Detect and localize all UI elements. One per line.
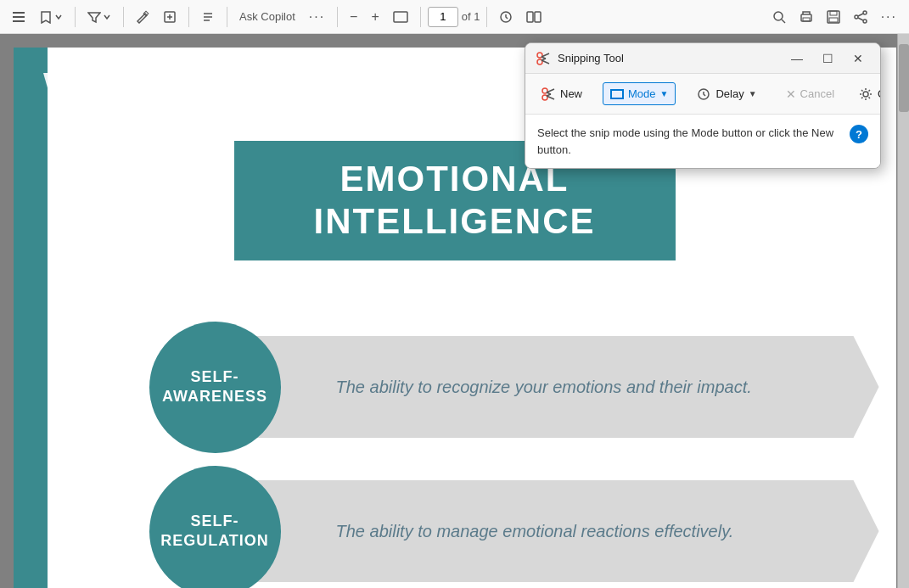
toolbar-eraser-btn[interactable] — [131, 7, 154, 27]
new-button[interactable]: New — [532, 82, 591, 106]
toolbar-share-btn[interactable] — [849, 7, 873, 27]
filter-icon — [87, 10, 101, 24]
card2-circle: SELF- REGULATION — [149, 466, 281, 589]
toolbar-zoom-out-btn[interactable]: − — [345, 6, 362, 28]
cancel-button[interactable]: ✕ Cancel — [777, 83, 843, 105]
separator — [75, 7, 76, 27]
overflow-icon: ··· — [881, 9, 897, 25]
plus-icon: + — [371, 9, 379, 25]
options-label: Options — [878, 87, 881, 100]
toolbar-textselect-btn[interactable] — [196, 7, 220, 27]
scrollbar-thumb[interactable] — [899, 44, 909, 112]
chevron-down-icon — [54, 13, 63, 21]
list-icon — [12, 10, 25, 24]
minus-icon: − — [350, 9, 357, 25]
pdf-toolbar: Ask Copilot ··· − + 1 of 1 ··· — [0, 0, 909, 34]
svg-line-10 — [782, 20, 785, 23]
cards-container: The ability to recognize your emotions a… — [149, 328, 879, 588]
print-icon — [800, 10, 813, 24]
svg-point-36 — [863, 92, 868, 97]
share-icon — [854, 10, 867, 24]
delay-dropdown-icon: ▼ — [749, 89, 757, 98]
toolbar-list-btn[interactable] — [7, 7, 31, 27]
svg-marker-21 — [43, 73, 154, 311]
svg-rect-5 — [394, 12, 407, 22]
svg-rect-8 — [535, 12, 541, 22]
close-button[interactable]: ✕ — [846, 47, 870, 70]
mode-box-icon — [610, 89, 624, 99]
mode-label: Mode — [628, 87, 656, 100]
page-total-label: of 1 — [462, 10, 480, 23]
title-line2: INTELLIGENCE — [313, 201, 595, 241]
svg-rect-15 — [829, 18, 838, 22]
card1-banner: The ability to recognize your emotions a… — [234, 336, 879, 438]
text-icon — [163, 10, 177, 24]
svg-point-9 — [774, 12, 783, 20]
toolbar-search-btn[interactable] — [767, 7, 791, 27]
svg-point-16 — [855, 15, 858, 19]
mode-button[interactable]: Mode ▼ — [603, 82, 676, 105]
toolbar-layout-btn[interactable] — [521, 8, 547, 26]
save-icon — [827, 10, 840, 24]
toolbar-print-btn[interactable] — [794, 7, 818, 27]
card1-label-line2: AWARENESS — [162, 388, 267, 405]
minimize-button[interactable]: — — [785, 47, 809, 70]
history-icon — [499, 10, 513, 24]
toolbar-text-btn[interactable] — [158, 7, 182, 27]
toolbar-history-btn[interactable] — [494, 7, 518, 27]
card1-description: The ability to recognize your emotions a… — [336, 375, 752, 399]
diagonal-decoration — [43, 73, 154, 311]
new-label: New — [560, 87, 582, 100]
snipping-tool-titlebar: Snipping Tool — ☐ ✕ — [525, 43, 880, 74]
copilot-label: Ask Copilot — [239, 10, 295, 23]
snipping-tool-icon — [536, 51, 551, 66]
search-icon — [772, 10, 786, 24]
svg-point-18 — [863, 20, 867, 23]
svg-point-17 — [863, 11, 867, 14]
options-button[interactable]: Options — [850, 82, 881, 106]
separator5 — [337, 7, 338, 27]
layout-icon — [526, 11, 541, 23]
card-self-awareness: The ability to recognize your emotions a… — [149, 328, 879, 446]
chevron-down-icon2 — [103, 13, 111, 21]
toolbar-bookmark-btn[interactable] — [34, 7, 68, 27]
snip-instructions-text: Select the snip mode using the Mode butt… — [537, 125, 841, 158]
svg-rect-0 — [13, 12, 25, 14]
separator2 — [123, 7, 124, 27]
snipping-tool-title: Snipping Tool — [558, 52, 778, 64]
delay-label: Delay — [715, 87, 743, 100]
options-gear-icon — [858, 87, 873, 102]
bookmark-icon — [39, 10, 53, 24]
card2-label-line1: SELF- — [190, 512, 238, 529]
toolbar-fit-btn[interactable] — [388, 8, 413, 26]
toolbar-save-btn[interactable] — [822, 7, 845, 27]
svg-rect-2 — [13, 20, 25, 22]
svg-rect-7 — [527, 12, 533, 22]
separator7 — [486, 7, 487, 27]
scrollbar[interactable] — [897, 34, 909, 588]
snipping-tool-toolbar: New Mode ▼ Delay ▼ — [525, 74, 880, 115]
svg-line-28 — [541, 59, 546, 60]
cancel-label: Cancel — [800, 87, 834, 100]
toolbar-zoom-in-btn[interactable]: + — [366, 6, 384, 28]
eraser-icon — [136, 10, 149, 24]
separator3 — [188, 7, 189, 27]
svg-line-19 — [858, 14, 863, 16]
pdf-area: EMOTIONAL INTELLIGENCE The ability to re… — [0, 34, 909, 588]
card1-circle: SELF- AWARENESS — [149, 322, 281, 453]
card-self-regulation: The ability to manage emotional reaction… — [149, 472, 879, 588]
new-scissors-icon — [541, 87, 556, 102]
help-icon[interactable]: ? — [850, 125, 868, 143]
page-number-input[interactable]: 1 — [428, 7, 458, 27]
toolbar-filter-btn[interactable] — [82, 7, 116, 27]
toolbar-more-btn[interactable]: ··· — [304, 6, 330, 28]
card2-description: The ability to manage emotional reaction… — [336, 519, 734, 543]
toolbar-copilot-btn[interactable]: Ask Copilot — [234, 7, 300, 26]
card1-label-line1: SELF- — [191, 368, 239, 385]
maximize-button[interactable]: ☐ — [816, 47, 839, 70]
snipping-tool-body: Select the snip mode using the Mode butt… — [525, 115, 880, 168]
svg-rect-1 — [13, 16, 25, 18]
cancel-x-icon: ✕ — [786, 87, 796, 101]
delay-button[interactable]: Delay ▼ — [687, 82, 765, 106]
toolbar-overflow-btn[interactable]: ··· — [876, 6, 902, 28]
